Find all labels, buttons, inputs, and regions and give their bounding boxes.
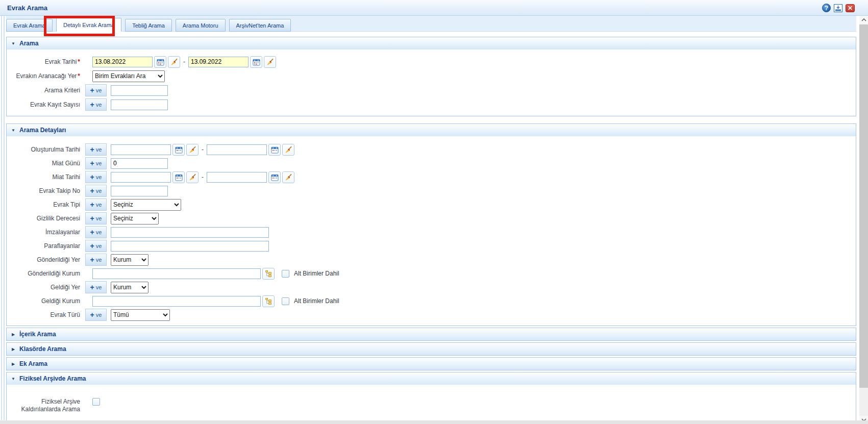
tab-teblig-arama[interactable]: Tebliğ Arama	[125, 19, 172, 32]
panel-arama-detaylari-header[interactable]: Arama Detayları	[7, 124, 856, 136]
required-marker: *	[78, 72, 80, 80]
gonderildigi-yer-and-button[interactable]: +ve	[85, 254, 107, 266]
evrak-tipi-and-button[interactable]: +ve	[85, 198, 107, 211]
olusturulma-tarihi-and-button[interactable]: +ve	[85, 143, 107, 156]
olusturulma-tarihi-start-calendar-button[interactable]	[172, 144, 185, 156]
miat-gunu-and-button[interactable]: +ve	[85, 157, 107, 169]
panel-klasorde-arama-header[interactable]: Klasörde Arama	[7, 343, 856, 355]
gonderildigi-kurum-alt-birimler-checkbox[interactable]	[282, 270, 289, 278]
geldigi-kurum-input[interactable]	[92, 296, 261, 307]
row-evrak-kayit-sayisi: Evrak Kayıt Sayısı + ve	[7, 98, 856, 111]
dock-arrow-icon	[835, 5, 841, 11]
gizlilik-derecesi-select[interactable]: Seçiniz	[111, 213, 159, 225]
evrak-tarihi-start-input[interactable]	[92, 57, 153, 67]
miat-tarihi-start-calendar-button[interactable]	[172, 171, 185, 183]
date-range-separator: -	[202, 146, 204, 153]
help-icon[interactable]: ?	[822, 4, 831, 12]
paraflayanlar-input[interactable]	[111, 241, 269, 252]
evrakin-aranacagi-yer-select[interactable]: Birim Evrakları Ara	[92, 70, 165, 82]
evrak-tarihi-end-input[interactable]	[188, 57, 249, 67]
arama-kriteri-input[interactable]	[111, 85, 168, 96]
evrak-tipi-select[interactable]: Seçiniz	[111, 199, 181, 211]
gonderildigi-yer-select[interactable]: Kurum	[111, 254, 148, 266]
panel-ek-arama: Ek Arama	[6, 357, 856, 370]
window-titlebar: Evrak Arama ? ✕	[0, 0, 868, 16]
panel-ek-arama-header[interactable]: Ek Arama	[7, 358, 856, 370]
row-paraflayanlar: Paraflayanlar +ve	[7, 240, 856, 252]
paraflayanlar-and-button[interactable]: +ve	[85, 240, 107, 252]
plus-icon: +	[90, 146, 94, 153]
row-geldigi-yer: Geldiği Yer +ve Kurum	[7, 281, 856, 293]
olusturulma-tarihi-end-calendar-button[interactable]	[268, 144, 281, 156]
imzalayanlar-and-button[interactable]: +ve	[85, 226, 107, 238]
evrak-turu-and-button[interactable]: +ve	[85, 309, 107, 321]
olusturulma-tarihi-end-input[interactable]	[207, 144, 267, 155]
collapse-icon	[11, 128, 16, 133]
plus-icon: +	[90, 242, 94, 250]
panel-arama-detaylari-body: Oluşturulma Tarihi +ve	[7, 136, 856, 326]
panel-icerik-arama: İçerik Arama	[6, 328, 856, 341]
expand-icon	[11, 347, 16, 352]
tab-arama-motoru[interactable]: Arama Motoru	[176, 19, 226, 32]
evrak-kayit-sayisi-input[interactable]	[111, 99, 168, 110]
miat-tarihi-end-clear-button[interactable]	[282, 171, 294, 183]
scrollbar-thumb[interactable]	[859, 24, 868, 388]
tab-evrak-arama[interactable]: Evrak Arama	[6, 19, 53, 32]
tab-arsivnet-arama[interactable]: ArşivNet'ten Arama	[229, 19, 291, 32]
paraflayanlar-label: Paraflayanlar	[7, 242, 83, 250]
collapse-icon	[11, 41, 16, 46]
gizlilik-derecesi-and-button[interactable]: +ve	[85, 212, 107, 225]
miat-tarihi-start-clear-button[interactable]	[186, 171, 199, 183]
row-evrakin-aranacagi-yer: Evrakın Aranacağı Yer* Birim Evrakları A…	[7, 70, 856, 82]
row-evrak-turu: Evrak Türü +ve Tümü	[7, 309, 856, 321]
dock-window-icon[interactable]	[834, 4, 842, 12]
row-miat-gunu: Miat Günü +ve	[7, 157, 856, 169]
geldigi-kurum-label: Geldiği Kurum	[7, 297, 83, 305]
evrak-tarihi-start-calendar-button[interactable]	[154, 56, 166, 68]
geldigi-kurum-org-tree-button[interactable]	[262, 295, 275, 307]
panel-fiziksel-arsivde-arama-body: Fiziksel Arşive Kaldırılanlarda Arama	[7, 385, 856, 424]
calendar-icon	[175, 146, 183, 154]
geldigi-yer-and-button[interactable]: +ve	[85, 281, 107, 293]
date-range-separator: -	[202, 173, 204, 181]
fiziksel-arsive-checkbox[interactable]	[92, 398, 100, 406]
geldigi-kurum-alt-birimler-checkbox[interactable]	[282, 297, 289, 305]
broom-icon	[266, 58, 274, 66]
search-form-content: Arama Evrak Tarihi*	[6, 32, 856, 424]
plus-icon: +	[90, 201, 94, 208]
evrak-takip-no-input[interactable]	[111, 186, 168, 196]
row-olusturulma-tarihi: Oluşturulma Tarihi +ve	[7, 143, 856, 156]
evrak-tarihi-start-clear-button[interactable]	[168, 56, 180, 68]
panel-fiziksel-arsivde-arama-header[interactable]: Fiziksel Arşivde Arama	[7, 372, 856, 385]
geldigi-yer-label: Geldiği Yer	[7, 284, 83, 291]
evrak-kayit-sayisi-and-button[interactable]: + ve	[85, 98, 107, 111]
evrak-turu-select[interactable]: Tümü	[111, 309, 170, 321]
gonderildigi-kurum-org-tree-button[interactable]	[262, 268, 275, 280]
evrak-tarihi-end-clear-button[interactable]	[264, 56, 276, 68]
evrak-takip-no-and-button[interactable]: +ve	[85, 185, 107, 197]
arama-kriteri-and-button[interactable]: + ve	[85, 84, 107, 96]
olusturulma-tarihi-start-clear-button[interactable]	[186, 144, 199, 156]
imzalayanlar-input[interactable]	[111, 227, 269, 238]
evrakin-aranacagi-yer-label: Evrakın Aranacağı Yer*	[7, 72, 83, 80]
miat-tarihi-end-calendar-button[interactable]	[268, 171, 281, 183]
tab-detayli-evrak-arama[interactable]: Detaylı Evrak Arama	[56, 18, 121, 32]
org-tree-icon	[265, 270, 272, 278]
miat-tarihi-end-input[interactable]	[207, 172, 267, 183]
org-tree-icon	[265, 297, 272, 305]
evrak-tarihi-end-calendar-button[interactable]	[250, 56, 262, 68]
geldigi-yer-select[interactable]: Kurum	[111, 282, 148, 293]
gonderildigi-kurum-input[interactable]	[92, 268, 261, 279]
miat-tarihi-start-input[interactable]	[111, 172, 171, 183]
alt-birimler-dahil-label: Alt Birimler Dahil	[294, 297, 339, 305]
close-icon[interactable]: ✕	[846, 4, 855, 12]
olusturulma-tarihi-end-clear-button[interactable]	[282, 144, 294, 156]
miat-tarihi-and-button[interactable]: +ve	[85, 171, 107, 183]
panel-icerik-arama-header[interactable]: İçerik Arama	[7, 328, 856, 340]
vertical-scrollbar[interactable]	[859, 16, 868, 424]
scroll-up-button[interactable]	[859, 16, 868, 24]
miat-gunu-input[interactable]	[111, 158, 168, 169]
plus-icon: +	[90, 215, 94, 222]
olusturulma-tarihi-start-input[interactable]	[111, 144, 171, 155]
panel-arama-header[interactable]: Arama	[7, 37, 856, 49]
